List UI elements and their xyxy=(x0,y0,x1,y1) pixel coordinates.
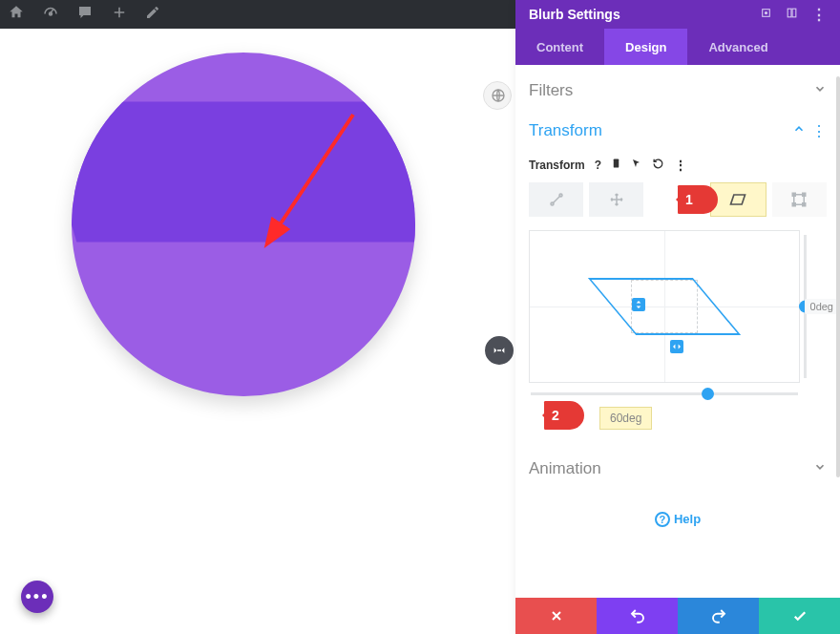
cancel-button[interactable] xyxy=(515,598,597,634)
section-more-icon[interactable]: ⋮ xyxy=(811,122,827,140)
reset-icon[interactable] xyxy=(652,158,664,173)
panel-resize-handle[interactable] xyxy=(485,336,514,365)
help-link[interactable]: ?Help xyxy=(529,489,827,550)
hover-icon[interactable] xyxy=(631,157,642,173)
comment-icon[interactable] xyxy=(76,4,94,25)
svg-point-0 xyxy=(50,12,52,15)
help-icon: ? xyxy=(655,512,670,527)
panel-tabs: Content Design Advanced xyxy=(515,29,840,65)
home-icon[interactable] xyxy=(8,4,25,25)
svg-rect-6 xyxy=(792,9,796,17)
transform-controls: Transform ? ⋮ 1 xyxy=(529,151,827,449)
blurb-image-circle[interactable] xyxy=(72,53,415,396)
settings-panel: Blurb Settings ⋮ Content Design Advanced… xyxy=(515,0,840,634)
help-icon[interactable]: ? xyxy=(595,158,601,172)
skew-handle-vertical[interactable] xyxy=(632,298,645,311)
mode-scale[interactable] xyxy=(529,182,583,217)
scrollbar[interactable] xyxy=(836,76,840,477)
preview-skewed-shape xyxy=(588,278,741,335)
pencil-icon[interactable] xyxy=(145,5,160,24)
panel-body: Filters Transform ⋮ Transform ? ⋮ xyxy=(515,65,840,598)
chevron-down-icon xyxy=(813,81,827,100)
section-transform[interactable]: Transform ⋮ xyxy=(529,111,827,151)
svg-line-1 xyxy=(277,115,353,229)
panel-footer xyxy=(515,598,840,634)
transform-modes: 1 xyxy=(529,182,827,217)
panel-header: Blurb Settings ⋮ xyxy=(515,0,840,29)
mode-skew[interactable] xyxy=(710,182,766,217)
tab-content[interactable]: Content xyxy=(515,29,604,65)
skew-handle-horizontal[interactable] xyxy=(670,340,683,353)
phone-icon[interactable] xyxy=(611,157,621,173)
gauge-icon[interactable] xyxy=(42,4,59,25)
section-label: Animation xyxy=(529,459,601,478)
skew-x-slider[interactable] xyxy=(531,392,798,395)
chevron-down-icon xyxy=(813,459,827,478)
transform-label: Transform xyxy=(529,158,585,172)
svg-rect-11 xyxy=(793,193,796,196)
svg-rect-14 xyxy=(803,203,806,206)
globe-icon[interactable] xyxy=(483,81,512,110)
mode-translate[interactable] xyxy=(589,182,643,217)
slider-thumb[interactable] xyxy=(702,388,714,400)
save-button[interactable] xyxy=(759,598,840,634)
snap-icon[interactable] xyxy=(786,7,798,22)
panel-title: Blurb Settings xyxy=(529,7,620,22)
redo-button[interactable] xyxy=(678,598,759,634)
editor-canvas: ••• xyxy=(0,29,515,634)
transform-preview[interactable]: 0deg xyxy=(529,230,800,383)
page-settings-fab[interactable]: ••• xyxy=(21,581,53,613)
svg-point-4 xyxy=(765,11,766,13)
mode-origin[interactable] xyxy=(772,182,827,217)
skew-y-value: 0deg xyxy=(805,299,839,314)
section-label: Filters xyxy=(529,81,573,100)
chevron-up-icon xyxy=(792,121,806,140)
toolbar-more-icon[interactable]: ⋮ xyxy=(674,158,687,173)
svg-rect-5 xyxy=(788,9,791,17)
svg-rect-12 xyxy=(803,193,806,196)
transform-toolbar: Transform ? ⋮ xyxy=(529,157,827,173)
circle-stripe xyxy=(72,101,415,242)
more-icon[interactable]: ⋮ xyxy=(811,6,827,24)
annotation-arrow-icon xyxy=(248,105,363,271)
callout-2: 2 xyxy=(544,401,584,430)
undo-button[interactable] xyxy=(597,598,678,634)
svg-rect-7 xyxy=(614,158,620,167)
section-filters[interactable]: Filters xyxy=(529,71,827,111)
expand-icon[interactable] xyxy=(760,7,772,22)
tab-design[interactable]: Design xyxy=(604,29,687,65)
callout-1: 1 xyxy=(678,185,718,214)
section-animation[interactable]: Animation xyxy=(529,449,827,489)
svg-rect-13 xyxy=(793,203,796,206)
skew-x-value[interactable]: 60deg xyxy=(599,407,652,430)
tab-advanced[interactable]: Advanced xyxy=(687,29,788,65)
section-label: Transform xyxy=(529,121,602,140)
plus-icon[interactable] xyxy=(111,4,128,25)
help-label: Help xyxy=(674,512,701,526)
